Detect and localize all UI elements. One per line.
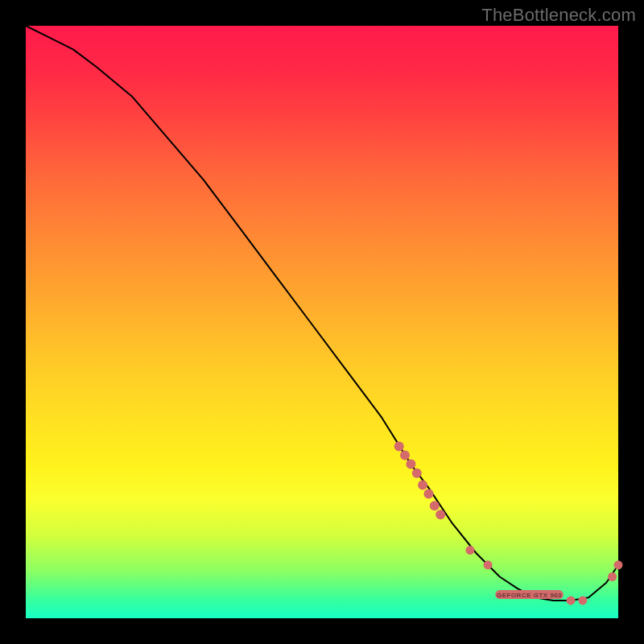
svg-point-3 (412, 469, 422, 478)
bottleneck-curve (26, 26, 618, 601)
svg-point-5 (424, 489, 434, 498)
svg-point-2 (406, 460, 415, 469)
svg-point-0 (394, 442, 404, 452)
svg-point-11 (567, 596, 576, 605)
trough-label: GEFORCE GTX 960 (497, 592, 562, 599)
plot-area: GEFORCE GTX 960 (26, 26, 618, 618)
svg-point-7 (436, 510, 445, 519)
watermark: TheBottleneck.com (481, 5, 636, 26)
svg-text:GEFORCE GTX 960: GEFORCE GTX 960 (497, 592, 562, 599)
curve-dot-cluster (394, 442, 446, 520)
svg-point-4 (418, 480, 427, 489)
svg-point-6 (430, 501, 440, 510)
svg-point-9 (466, 546, 475, 555)
chart-frame: TheBottleneck.com GEFORCE GTX 960 (0, 0, 644, 644)
svg-point-12 (578, 596, 587, 605)
svg-point-1 (400, 451, 410, 460)
svg-point-10 (484, 560, 493, 569)
plot-svg: GEFORCE GTX 960 (26, 26, 618, 618)
svg-point-14 (614, 560, 623, 569)
svg-point-13 (608, 572, 617, 581)
